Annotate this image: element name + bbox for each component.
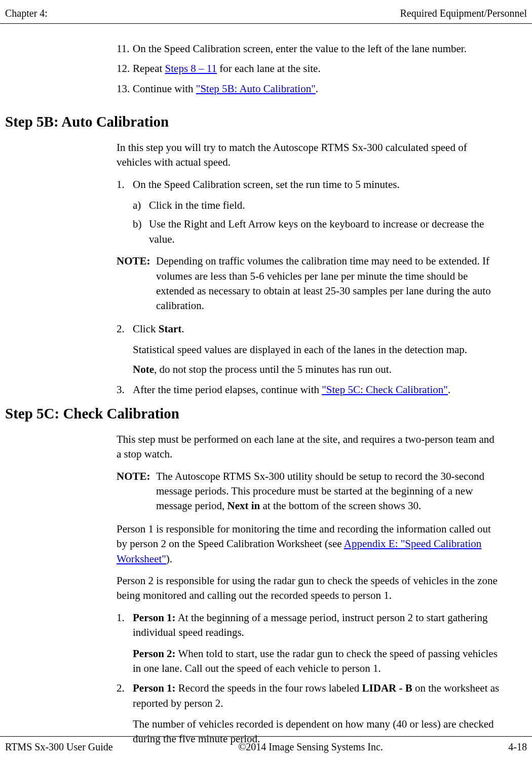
sub-list-5b-1: a) Click in the time field. b) Use the R…	[133, 198, 502, 247]
step-2: 2. Click Start.	[117, 322, 502, 336]
text-post: ).	[166, 553, 172, 565]
list-5c-2: 2. Person 1: Record the speeds in the fo…	[117, 681, 502, 711]
note-5c: NOTE: The Autoscope RTMS Sx-300 utility …	[117, 469, 502, 514]
step-2-line2: Note, do not stop the process until the …	[133, 362, 502, 377]
bold-person1: Person 1:	[133, 682, 176, 694]
bold-lidar: LIDAR - B	[362, 682, 412, 694]
footer-left: RTMS Sx-300 User Guide	[5, 740, 113, 754]
step-1: 1. On the Speed Calibration screen, set …	[117, 177, 502, 192]
item-number: 13.	[117, 82, 133, 96]
sub-text: Use the Right and Left Arrow keys on the…	[149, 217, 502, 247]
text-pre: Continue with	[133, 83, 196, 95]
text-pre: Repeat	[133, 62, 165, 74]
step-text: Person 1: At the beginning of a message …	[133, 611, 502, 640]
item-number: 11.	[117, 42, 133, 56]
note-label: NOTE:	[117, 254, 156, 314]
text-pre: After the time period elapses, continue …	[133, 384, 322, 396]
person1-desc: Person 1 is responsible for monitoring t…	[117, 522, 502, 566]
step-text: Click Start.	[133, 322, 502, 336]
note-text: Depending on traffic volumes the calibra…	[156, 254, 502, 314]
bold-note: Note	[133, 363, 154, 375]
continued-list: 11. On the Speed Calibration screen, ent…	[117, 42, 502, 96]
text-post: , do not stop the process until the 5 mi…	[154, 363, 392, 375]
intro-5b: In this step you will try to match the A…	[117, 140, 502, 170]
page-footer: RTMS Sx-300 User Guide ©2014 Image Sensi…	[0, 736, 532, 754]
person2-desc: Person 2 is responsible for using the ra…	[117, 574, 502, 603]
step-3: 3. After the time period elapses, contin…	[117, 383, 502, 397]
step-text: After the time period elapses, continue …	[133, 383, 502, 397]
list-5b-1: 1. On the Speed Calibration screen, set …	[117, 177, 502, 192]
text-post: .	[448, 384, 450, 396]
page-content: 11. On the Speed Calibration screen, ent…	[0, 24, 532, 761]
step-2-line1: Statistical speed values are displayed i…	[133, 343, 502, 357]
step-number: 3.	[117, 383, 133, 397]
link-step-5c[interactable]: "Step 5C: Check Calibration"	[322, 384, 448, 396]
bold-next-in: Next in	[227, 500, 260, 512]
item-text: Repeat Steps 8 – 11 for each lane at the…	[133, 61, 321, 76]
text: At the beginning of a message period, in…	[133, 612, 487, 638]
sub-letter: a)	[133, 198, 149, 213]
item-number: 12.	[117, 61, 133, 76]
list-item-11: 11. On the Speed Calibration screen, ent…	[117, 42, 502, 56]
step-text: Person 1: Record the speeds in the four …	[133, 681, 502, 711]
note-5b: NOTE: Depending on traffic volumes the c…	[117, 254, 502, 314]
substep-b: b) Use the Right and Left Arrow keys on …	[133, 217, 502, 247]
note-label: NOTE:	[117, 469, 156, 514]
item-text: On the Speed Calibration screen, enter t…	[133, 42, 467, 56]
text: When told to start, use the radar gun to…	[133, 648, 498, 674]
item-text: Continue with "Step 5B: Auto Calibration…	[133, 82, 318, 96]
text-pre: Click	[133, 323, 159, 335]
link-steps-8-11[interactable]: Steps 8 – 11	[165, 62, 217, 74]
list-5b-3: 3. After the time period elapses, contin…	[117, 383, 502, 397]
heading-step-5c: Step 5C: Check Calibration	[5, 403, 502, 424]
list-item-13: 13. Continue with "Step 5B: Auto Calibra…	[117, 82, 502, 96]
sub-text: Click in the time field.	[149, 198, 502, 213]
text-post: .	[316, 83, 318, 95]
heading-step-5b: Step 5B: Auto Calibration	[5, 111, 502, 132]
link-step-5b[interactable]: "Step 5B: Auto Calibration"	[196, 83, 316, 95]
note-post: at the bottom of the screen shows 30.	[260, 500, 421, 512]
footer-right: 4-18	[508, 740, 527, 754]
list-5c-1: 1. Person 1: At the beginning of a messa…	[117, 611, 502, 640]
substep-a: a) Click in the time field.	[133, 198, 502, 213]
list-item-12: 12. Repeat Steps 8 – 11 for each lane at…	[117, 61, 502, 76]
step-1-person2: Person 2: When told to start, use the ra…	[133, 646, 502, 676]
bold-person2: Person 2:	[133, 648, 176, 660]
step-2: 2. Person 1: Record the speeds in the fo…	[117, 681, 502, 711]
intro-5c: This step must be performed on each lane…	[117, 432, 502, 462]
step-number: 1.	[117, 611, 133, 640]
page-header: Chapter 4: Required Equipment/Personnel	[0, 0, 532, 24]
header-right: Required Equipment/Personnel	[400, 6, 527, 20]
list-5b-2: 2. Click Start.	[117, 322, 502, 336]
step-number: 1.	[117, 177, 133, 192]
note-text: The Autoscope RTMS Sx-300 utility should…	[156, 469, 502, 514]
text-post: for each lane at the site.	[217, 62, 321, 74]
header-left: Chapter 4:	[5, 6, 48, 20]
step-text: On the Speed Calibration screen, set the…	[133, 177, 502, 192]
step-1: 1. Person 1: At the beginning of a messa…	[117, 611, 502, 640]
text-pre: Record the speeds in the four rows label…	[176, 682, 362, 694]
sub-letter: b)	[133, 217, 149, 247]
step-number: 2.	[117, 681, 133, 711]
text-post: .	[181, 323, 184, 335]
bold-person1: Person 1:	[133, 612, 176, 624]
step-number: 2.	[117, 322, 133, 336]
footer-center: ©2014 Image Sensing Systems Inc.	[238, 740, 383, 754]
bold-start: Start	[159, 323, 182, 335]
